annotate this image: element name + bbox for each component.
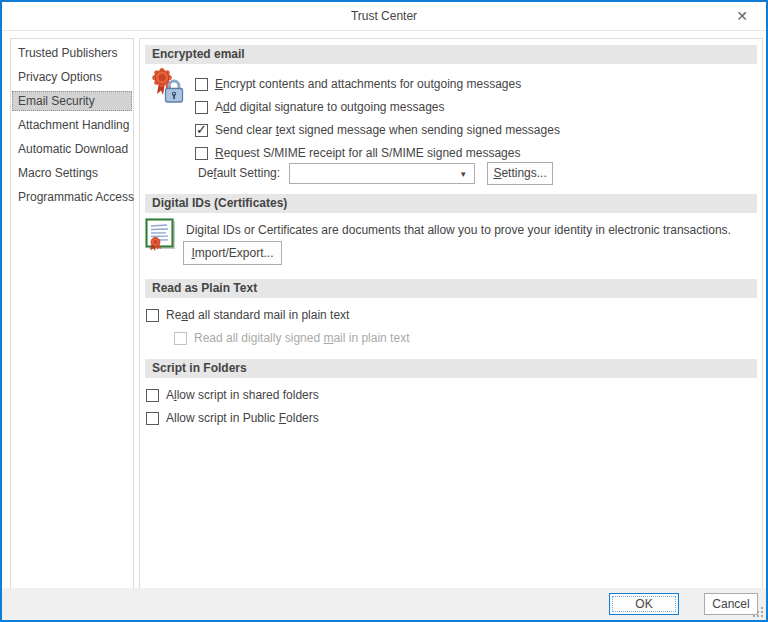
checkbox-label: Read all standard mail in plain text: [166, 308, 349, 322]
checkbox-row-add-digital-signature[interactable]: Add digital signature to outgoing messag…: [195, 99, 445, 115]
settings-button[interactable]: Settings...: [487, 162, 553, 185]
sidebar-item-attachment-handling[interactable]: Attachment Handling: [12, 115, 132, 135]
checkbox[interactable]: [195, 101, 208, 114]
checkbox-label: Read all digitally signed mail in plain …: [194, 331, 409, 345]
checkbox[interactable]: [146, 412, 159, 425]
certificate-icon: [145, 218, 177, 252]
checkbox-row-request-smime-receipt[interactable]: Request S/MIME receipt for all S/MIME si…: [195, 145, 520, 161]
checkbox-label: Request S/MIME receipt for all S/MIME si…: [215, 146, 520, 160]
default-setting-label: Default Setting:: [198, 166, 280, 180]
checkbox-label: Allow script in shared folders: [166, 388, 319, 402]
sidebar-item-automatic-download[interactable]: Automatic Download: [12, 139, 132, 159]
sidebar-item-email-security[interactable]: Email Security: [12, 91, 132, 111]
encrypted-email-seal-lock-icon: [152, 67, 185, 106]
default-setting-row: Default Setting: ▼ Settings...: [198, 161, 553, 185]
sidebar-item-macro-settings[interactable]: Macro Settings: [12, 163, 132, 183]
checkbox[interactable]: [195, 147, 208, 160]
sidebar-item-trusted-publishers[interactable]: Trusted Publishers: [12, 43, 132, 63]
section-header-read-plain-text: Read as Plain Text: [145, 279, 757, 298]
digital-ids-description: Digital IDs or Certificates are document…: [186, 223, 751, 237]
title-bar: Trust Center ✕: [2, 2, 766, 31]
sidebar-item-privacy-options[interactable]: Privacy Options: [12, 67, 132, 87]
checkbox[interactable]: [195, 124, 208, 137]
checkbox[interactable]: [195, 78, 208, 91]
checkbox[interactable]: [146, 309, 159, 322]
checkbox-label: Send clear text signed message when send…: [215, 123, 560, 137]
checkbox-row-allow-script-public[interactable]: Allow script in Public Folders: [146, 410, 319, 426]
checkbox-row-read-signed-plain: Read all digitally signed mail in plain …: [174, 330, 409, 346]
chevron-down-icon[interactable]: ▼: [459, 170, 467, 179]
trust-center-dialog: Trust Center ✕ Trusted Publishers Privac…: [0, 0, 768, 622]
checkbox: [174, 332, 187, 345]
dialog-footer: OK Cancel: [2, 588, 766, 620]
import-export-button[interactable]: Import/Export...: [183, 241, 282, 265]
cancel-button[interactable]: Cancel: [704, 593, 758, 615]
checkbox-row-allow-script-shared[interactable]: Allow script in shared folders: [146, 387, 319, 403]
category-sidebar: Trusted Publishers Privacy Options Email…: [10, 38, 134, 590]
ok-button[interactable]: OK: [609, 593, 679, 615]
resize-grip[interactable]: [753, 607, 764, 618]
checkbox[interactable]: [146, 389, 159, 402]
checkbox-row-encrypt-contents[interactable]: Encrypt contents and attachments for out…: [195, 76, 521, 92]
sidebar-item-programmatic-access[interactable]: Programmatic Access: [12, 187, 132, 207]
section-header-script-in-folders: Script in Folders: [145, 359, 757, 378]
section-header-encrypted-email: Encrypted email: [145, 45, 757, 64]
checkbox-label: Encrypt contents and attachments for out…: [215, 77, 521, 91]
checkbox-row-read-standard-plain[interactable]: Read all standard mail in plain text: [146, 307, 349, 323]
checkbox-row-send-clear-text[interactable]: Send clear text signed message when send…: [195, 122, 560, 138]
email-security-page: Encrypted email Encrypt contents and att…: [139, 38, 763, 590]
section-header-digital-ids: Digital IDs (Certificates): [145, 194, 757, 213]
default-setting-combobox[interactable]: ▼: [289, 163, 475, 184]
close-icon[interactable]: ✕: [726, 2, 758, 30]
checkbox-label: Allow script in Public Folders: [166, 411, 319, 425]
window-title: Trust Center: [351, 9, 417, 23]
checkbox-label: Add digital signature to outgoing messag…: [215, 100, 445, 114]
